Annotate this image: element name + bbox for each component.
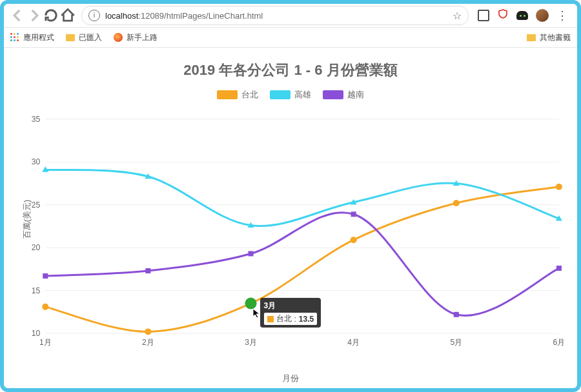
- url-port: :12089: [138, 11, 164, 21]
- svg-point-19: [145, 328, 151, 335]
- x-axis-label: 月份: [282, 373, 299, 384]
- svg-text:20: 20: [32, 243, 41, 252]
- browser-toolbar: i localhost:12089/htmlPages/LineChart.ht…: [4, 4, 577, 28]
- svg-rect-27: [351, 211, 356, 217]
- chart-title: 2019 年各分公司 1 - 6 月份營業額: [4, 61, 577, 80]
- back-button[interactable]: [9, 7, 26, 24]
- site-info-icon[interactable]: i: [88, 10, 100, 21]
- bookmarks-bar: 應用程式 已匯入 新手上路 其他書籤: [4, 28, 577, 48]
- legend-swatch: [217, 90, 238, 99]
- svg-rect-24: [43, 273, 48, 279]
- svg-point-20: [245, 297, 256, 309]
- svg-rect-29: [556, 266, 562, 271]
- svg-text:25: 25: [32, 201, 41, 210]
- url-host: localhost: [105, 11, 138, 21]
- svg-text:35: 35: [32, 115, 41, 124]
- svg-text:2月: 2月: [142, 338, 154, 347]
- svg-rect-25: [145, 268, 150, 273]
- apps-icon: [10, 33, 19, 42]
- folder-icon: [527, 34, 536, 41]
- mouse-cursor-icon: [252, 308, 263, 318]
- firefox-icon: [114, 33, 123, 42]
- svg-text:3月: 3月: [245, 338, 257, 347]
- ninja-icon[interactable]: [516, 11, 528, 20]
- tooltip-value: 13.5: [299, 315, 314, 324]
- bookmark-other-label: 其他書籤: [540, 32, 571, 43]
- legend-swatch: [270, 90, 290, 99]
- home-button[interactable]: [59, 7, 76, 24]
- toolbar-right: ⋮: [474, 8, 572, 23]
- menu-icon[interactable]: ⋮: [556, 11, 568, 20]
- legend-swatch: [323, 90, 343, 99]
- svg-point-21: [351, 237, 357, 243]
- svg-text:30: 30: [32, 157, 41, 166]
- svg-point-22: [453, 200, 460, 206]
- svg-text:4月: 4月: [347, 338, 360, 347]
- bookmark-star-icon[interactable]: ☆: [453, 10, 462, 22]
- svg-rect-28: [454, 312, 459, 317]
- apps-shortcut-label: 應用程式: [23, 32, 54, 43]
- legend-item-taipei[interactable]: 台北: [217, 89, 258, 101]
- svg-text:15: 15: [32, 286, 41, 295]
- browser-window: i localhost:12089/htmlPages/LineChart.ht…: [0, 0, 581, 392]
- bookmark-newbie-label: 新手上路: [127, 32, 158, 43]
- avatar-icon[interactable]: [536, 9, 549, 22]
- forward-button[interactable]: [26, 7, 43, 24]
- bookmark-newbie[interactable]: 新手上路: [114, 32, 158, 43]
- bookmark-other[interactable]: 其他書籤: [527, 32, 571, 43]
- bookmark-imported-label: 已匯入: [79, 32, 102, 43]
- legend-label: 台北: [241, 89, 258, 101]
- folder-icon: [66, 34, 75, 41]
- svg-text:10: 10: [32, 329, 41, 338]
- svg-text:1月: 1月: [39, 338, 52, 347]
- url-path: /htmlPages/LineChart.html: [164, 11, 263, 21]
- tooltip-series: 台北: [276, 313, 292, 324]
- apps-shortcut[interactable]: 應用程式: [10, 32, 54, 43]
- legend-label: 越南: [347, 89, 364, 101]
- svg-point-18: [42, 304, 48, 310]
- tooltip-category: 3月: [264, 300, 318, 311]
- chart-legend: 台北 高雄 越南: [4, 89, 577, 101]
- extension-icon[interactable]: [478, 10, 489, 21]
- svg-rect-26: [248, 251, 253, 256]
- tooltip-swatch: [267, 316, 274, 322]
- address-bar[interactable]: i localhost:12089/htmlPages/LineChart.ht…: [81, 6, 469, 25]
- page-content: 2019 年各分公司 1 - 6 月份營業額 台北 高雄 越南 百萬(美元) 1…: [4, 50, 577, 388]
- legend-item-kaohsiung[interactable]: 高雄: [270, 89, 311, 101]
- svg-point-23: [556, 184, 562, 190]
- bookmark-imported[interactable]: 已匯入: [66, 32, 102, 43]
- chart-tooltip: 3月 台北: 13.5: [260, 298, 321, 328]
- svg-text:5月: 5月: [450, 338, 462, 347]
- legend-label: 高雄: [294, 89, 311, 101]
- reload-button[interactable]: [43, 7, 59, 24]
- shield-icon[interactable]: [497, 8, 509, 23]
- svg-text:6月: 6月: [553, 338, 566, 347]
- legend-item-vietnam[interactable]: 越南: [323, 89, 364, 101]
